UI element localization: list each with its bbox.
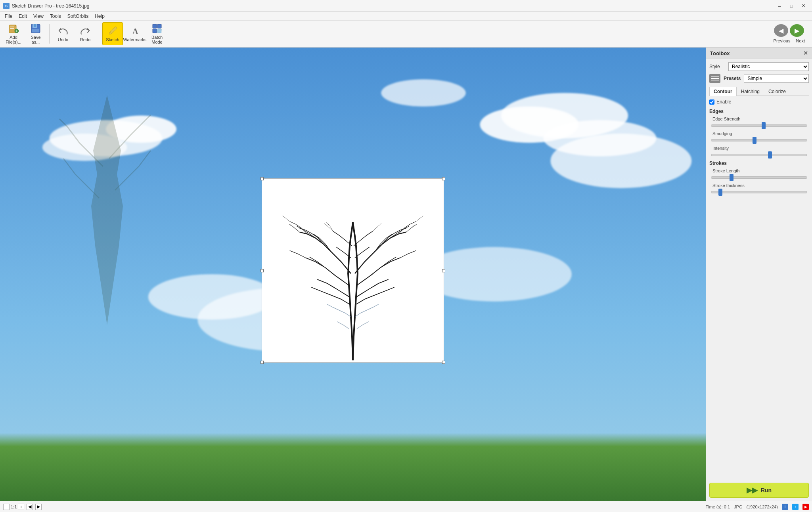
menu-file[interactable]: File — [2, 13, 15, 20]
style-select[interactable]: Realistic Pencil Charcoal — [728, 62, 809, 71]
dimensions-label: (1920x1272x24) — [746, 504, 778, 509]
page-prev-button[interactable]: ◀ — [27, 504, 33, 510]
menu-edit[interactable]: Edit — [15, 13, 30, 20]
intensity-slider[interactable] — [711, 154, 807, 156]
enable-checkbox[interactable] — [709, 99, 714, 105]
enable-row: Enable — [709, 99, 809, 105]
window-title: Sketch Drawer Pro - tree-164915.jpg — [12, 3, 89, 9]
tab-colorize[interactable]: Colorize — [764, 87, 790, 96]
enable-label[interactable]: Enable — [716, 99, 731, 105]
batch-mode-button[interactable]: BatchMode — [147, 22, 167, 45]
undo-icon — [57, 25, 69, 36]
menu-softorbits[interactable]: SoftOrbits — [64, 13, 92, 20]
status-left: − 1:1 + ◀ ▶ — [3, 504, 42, 510]
edges-section: Edges Edge Strength Smudging Intensity — [709, 109, 809, 157]
stroke-thickness-label: Stroke thickness — [712, 183, 809, 188]
stroke-thickness-group: Stroke thickness — [709, 183, 809, 195]
smudging-slider[interactable] — [711, 139, 807, 141]
presets-icon-line-3 — [711, 80, 719, 80]
info-icon[interactable]: i — [782, 504, 788, 510]
selection-handle-mr[interactable] — [442, 269, 445, 272]
tab-hatching[interactable]: Hatching — [737, 87, 764, 96]
menu-view[interactable]: View — [30, 13, 47, 20]
watermarks-button[interactable]: A Watermarks — [124, 22, 145, 45]
svg-rect-8 — [34, 24, 36, 27]
page-next-button[interactable]: ▶ — [35, 504, 42, 510]
next-button[interactable]: ▶ — [790, 24, 804, 37]
selection-handle-bl[interactable] — [260, 361, 264, 364]
app-icon: S — [3, 3, 10, 9]
presets-icon-line-2 — [711, 78, 719, 79]
svg-rect-14 — [153, 29, 157, 33]
undo-label: Undo — [58, 37, 68, 42]
svg-rect-9 — [32, 29, 39, 32]
add-file-button[interactable]: + AddFile(s)... — [3, 22, 24, 45]
svg-text:A: A — [132, 27, 138, 36]
selection-handle-tr[interactable] — [442, 177, 445, 180]
run-label: Run — [761, 487, 772, 493]
run-button[interactable]: ▶▶ Run — [709, 483, 809, 498]
selection-handle-tl[interactable] — [260, 177, 264, 180]
sketch-tree-svg — [262, 179, 444, 362]
nav-buttons: ◀ ▶ — [774, 24, 804, 37]
redo-icon — [80, 25, 91, 36]
toolbar-sep-1 — [49, 24, 50, 44]
intensity-track — [709, 152, 809, 157]
save-as-label: Saveas... — [31, 35, 40, 44]
stroke-length-group: Stroke Length — [709, 168, 809, 180]
previous-label: Previous — [774, 38, 791, 43]
stroke-thickness-track — [709, 189, 809, 195]
svg-rect-12 — [153, 24, 157, 28]
sketch-overlay — [262, 178, 444, 363]
toolbar-nav: ◀ ▶ Previous Next — [774, 24, 805, 43]
previous-button[interactable]: ◀ — [774, 24, 788, 37]
status-right: Time (s): 0.1 JPG (1920x1272x24) i t ▶ — [706, 504, 809, 510]
title-bar: S Sketch Drawer Pro - tree-164915.jpg – … — [0, 0, 812, 12]
edge-strength-slider[interactable] — [711, 124, 807, 127]
title-bar-left: S Sketch Drawer Pro - tree-164915.jpg — [3, 3, 89, 9]
strokes-section: Strokes Stroke Length Stroke thickness — [709, 160, 809, 195]
edge-strength-track — [709, 122, 809, 128]
menu-help[interactable]: Help — [92, 13, 108, 20]
smudging-label: Smudging — [712, 131, 809, 136]
menu-bar: File Edit View Tools SoftOrbits Help — [0, 12, 812, 21]
svg-rect-13 — [157, 24, 161, 28]
edges-title: Edges — [709, 109, 809, 114]
smudging-group: Smudging — [709, 131, 809, 143]
format-label: JPG — [734, 504, 742, 509]
next-label: Next — [796, 38, 805, 43]
presets-select[interactable]: Simple Detailed Soft — [744, 74, 809, 83]
save-as-button[interactable]: Saveas... — [25, 22, 46, 45]
toolbox-header: Toolbox ✕ — [706, 48, 812, 59]
canvas-area[interactable] — [0, 48, 706, 501]
edge-strength-label: Edge Strength — [712, 117, 809, 121]
intensity-group: Intensity — [709, 146, 809, 157]
toolbar: + AddFile(s)... Saveas... Undo Redo Sket… — [0, 21, 812, 48]
redo-label: Redo — [80, 37, 90, 42]
redo-button[interactable]: Redo — [75, 22, 96, 45]
menu-tools[interactable]: Tools — [47, 13, 64, 20]
minimize-button[interactable]: – — [774, 2, 785, 10]
stroke-thickness-slider[interactable] — [711, 191, 807, 193]
tabs: Contour Hatching Colorize — [709, 87, 809, 96]
toolbox-close-button[interactable]: ✕ — [803, 50, 808, 56]
main-layout: Toolbox ✕ Style Realistic Pencil Charcoa… — [0, 48, 812, 501]
zoom-out-button[interactable]: − — [3, 504, 10, 510]
toolbox-title: Toolbox — [710, 50, 730, 56]
watermarks-icon: A — [129, 25, 140, 36]
title-bar-controls: – □ ✕ — [774, 2, 809, 10]
youtube-icon[interactable]: ▶ — [802, 504, 809, 510]
stroke-length-slider[interactable] — [711, 176, 807, 179]
maximize-button[interactable]: □ — [786, 2, 797, 10]
presets-icon-line-1 — [711, 76, 719, 77]
selection-handle-br[interactable] — [442, 361, 445, 364]
selection-handle-ml[interactable] — [260, 269, 264, 272]
zoom-in-button[interactable]: + — [18, 504, 24, 510]
svg-rect-15 — [157, 29, 161, 33]
twitter-icon[interactable]: t — [792, 504, 799, 510]
close-button[interactable]: ✕ — [798, 2, 809, 10]
tab-contour[interactable]: Contour — [709, 87, 737, 96]
undo-button[interactable]: Undo — [53, 22, 73, 45]
presets-icon-lines — [711, 76, 719, 80]
sketch-button[interactable]: Sketch — [102, 22, 123, 45]
